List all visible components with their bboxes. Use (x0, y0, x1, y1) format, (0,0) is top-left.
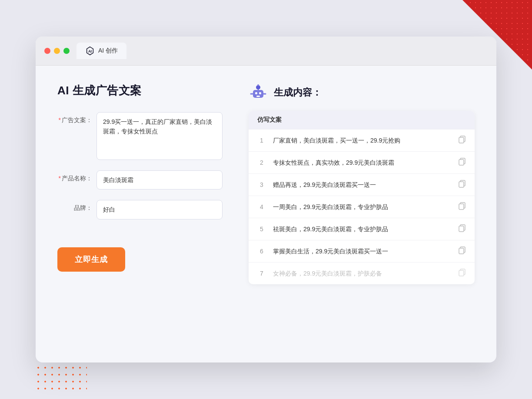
ad-copy-row: *广告文案： (57, 112, 223, 160)
svg-rect-24 (459, 270, 464, 276)
ad-copy-required: * (59, 116, 61, 123)
row-text: 赠品再送，29.9元美白淡斑霜买一送一 (273, 180, 451, 190)
row-text: 女神必备，29.9元美白淡斑霜，护肤必备 (273, 269, 451, 278)
row-number: 3 (257, 181, 266, 188)
result-title: 生成内容： (274, 86, 322, 99)
copy-button[interactable] (458, 246, 466, 256)
brand-label: 品牌： (57, 200, 92, 212)
table-row: 4一周美白，29.9元美白淡斑霜，专业护肤品 (249, 196, 475, 218)
brand-input[interactable] (96, 200, 223, 219)
row-number: 5 (257, 226, 266, 233)
copy-button[interactable] (458, 136, 466, 145)
result-rows-container: 1厂家直销，美白淡斑霜，买一送一，29.9元抢购 2专抹女性斑点，真实功效，29… (249, 129, 475, 284)
traffic-lights (44, 48, 70, 54)
table-row: 2专抹女性斑点，真实功效，29.9元美白淡斑霜 (249, 151, 475, 173)
copy-button[interactable] (458, 202, 466, 212)
row-text: 祛斑美白，29.9元美白淡斑霜，专业护肤品 (273, 225, 451, 234)
svg-rect-4 (255, 92, 257, 94)
page-title: AI 生成广告文案 (57, 83, 223, 98)
copy-button[interactable] (458, 180, 466, 190)
svg-rect-18 (459, 204, 464, 209)
generate-button[interactable]: 立即生成 (57, 247, 125, 272)
tab-label: AI 创作 (98, 47, 118, 55)
row-number: 1 (257, 137, 266, 144)
row-text: 掌握美白生活，29.9元美白淡斑霜买一送一 (273, 247, 451, 256)
bottom-dots-decoration (35, 364, 87, 390)
row-number: 4 (257, 203, 266, 210)
row-number: 2 (257, 159, 266, 166)
product-name-row: *产品名称： (57, 170, 223, 190)
row-text: 专抹女性斑点，真实功效，29.9元美白淡斑霜 (273, 158, 451, 167)
maximize-button[interactable] (63, 48, 70, 54)
svg-rect-22 (459, 248, 464, 254)
product-name-required: * (59, 175, 61, 182)
svg-rect-20 (459, 226, 464, 232)
svg-rect-6 (256, 96, 260, 97)
row-number: 7 (257, 270, 266, 277)
row-text: 厂家直销，美白淡斑霜，买一送一，29.9元抢购 (273, 136, 451, 145)
table-row: 1厂家直销，美白淡斑霜，买一送一，29.9元抢购 (249, 129, 475, 151)
svg-text:AI: AI (88, 50, 92, 53)
product-name-input[interactable] (96, 170, 223, 190)
content-area: AI 生成广告文案 *广告文案： *产品名称： 品牌： 立即生成 (36, 66, 496, 362)
title-bar: AI AI 创作 (36, 37, 496, 66)
ad-copy-input[interactable] (96, 112, 223, 160)
close-button[interactable] (44, 48, 50, 54)
table-row: 3赠品再送，29.9元美白淡斑霜买一送一 (249, 173, 475, 196)
robot-icon (249, 83, 268, 102)
svg-point-8 (257, 84, 259, 86)
result-table: 仿写文案 1厂家直销，美白淡斑霜，买一送一，29.9元抢购 2专抹女性斑点，真实… (249, 111, 475, 284)
tab-ai-creation[interactable]: AI AI 创作 (76, 43, 126, 59)
svg-rect-14 (459, 160, 464, 165)
row-text: 一周美白，29.9元美白淡斑霜，专业护肤品 (273, 203, 451, 212)
left-panel: AI 生成广告文案 *广告文案： *产品名称： 品牌： 立即生成 (57, 83, 223, 345)
table-row: 5祛斑美白，29.9元美白淡斑霜，专业护肤品 (249, 218, 475, 240)
minimize-button[interactable] (54, 48, 60, 54)
copy-button[interactable] (458, 269, 466, 278)
copy-button[interactable] (458, 224, 466, 234)
table-row: 6掌握美白生活，29.9元美白淡斑霜买一送一 (249, 240, 475, 262)
right-panel: 生成内容： 仿写文案 1厂家直销，美白淡斑霜，买一送一，29.9元抢购 2专抹女… (249, 83, 475, 345)
result-header: 生成内容： (249, 83, 475, 102)
svg-rect-12 (459, 137, 464, 143)
copy-button[interactable] (458, 158, 466, 167)
svg-rect-5 (259, 92, 261, 94)
row-number: 6 (257, 248, 266, 255)
table-row: 7女神必备，29.9元美白淡斑霜，护肤必备 (249, 262, 475, 284)
ad-copy-label: *广告文案： (57, 112, 92, 124)
browser-window: AI AI 创作 AI 生成广告文案 *广告文案： *产品名称： (36, 37, 496, 362)
product-name-label: *产品名称： (57, 170, 92, 183)
ai-tab-icon: AI (85, 46, 95, 56)
table-header: 仿写文案 (249, 111, 475, 129)
brand-row: 品牌： (57, 200, 223, 219)
svg-rect-16 (459, 182, 464, 187)
